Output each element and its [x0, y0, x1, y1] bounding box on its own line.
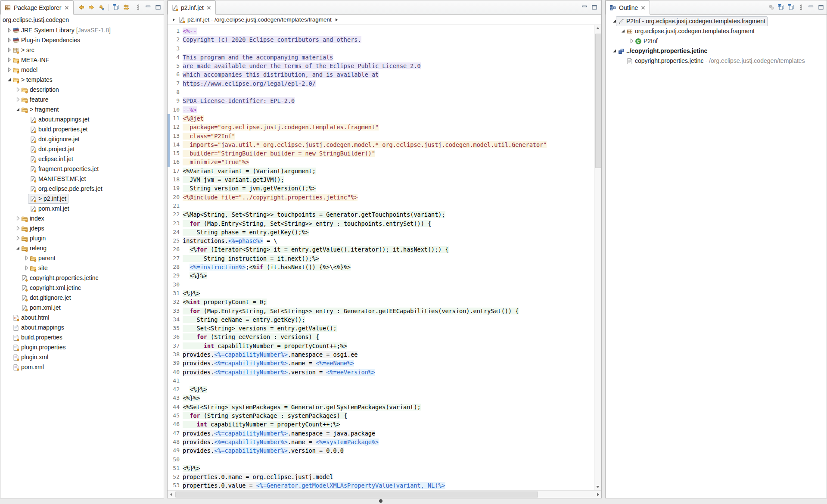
chevron-collapsed-icon[interactable] — [6, 27, 12, 33]
minimize-button[interactable] — [581, 4, 588, 11]
tree-item[interactable]: releng — [0, 243, 164, 253]
chevron-expanded-icon[interactable] — [611, 18, 618, 24]
chevron-right-icon[interactable] — [171, 17, 176, 22]
tree-item[interactable]: model — [0, 65, 164, 75]
code-line[interactable] — [183, 455, 594, 464]
code-line[interactable]: <%=instruction%>;<%if (it.hasNext()) {%>… — [183, 263, 594, 271]
chevron-collapsed-icon[interactable] — [23, 255, 30, 261]
expand-all-button[interactable] — [778, 4, 785, 11]
tree-item[interactable]: parent — [0, 253, 164, 263]
code-line[interactable]: provides.<%=capabilityNumber%>.name = <%… — [183, 359, 594, 367]
chevron-collapsed-icon[interactable] — [628, 37, 635, 44]
code-line[interactable]: <%@include file="../copyright.properties… — [183, 193, 594, 202]
code-line[interactable]: for (Map.Entry<String, Set<String>> entr… — [183, 307, 594, 315]
tree-item[interactable]: dot.project.jet — [0, 144, 164, 154]
tree-item[interactable]: copyright.properties.jetinc — [0, 273, 164, 283]
tree-item[interactable]: build.properties — [0, 332, 164, 342]
tree-item[interactable]: description — [0, 84, 164, 94]
bottom-sash-grip[interactable] — [379, 499, 382, 503]
chevron-expanded-icon[interactable] — [15, 245, 21, 251]
code-line[interactable]: Set<String> versions = entry.getValue(); — [183, 324, 594, 333]
code-line[interactable]: <%-- — [183, 27, 594, 35]
code-line[interactable]: <%}%> — [183, 271, 594, 280]
tree-item[interactable]: org.eclipse.pde.prefs.jet — [0, 184, 164, 193]
code-line[interactable]: <%Map<String, Set<String>> touchpoints =… — [183, 210, 594, 219]
chevron-collapsed-icon[interactable] — [15, 235, 21, 241]
chevron-collapsed-icon[interactable] — [15, 96, 21, 103]
minimize-button[interactable] — [145, 4, 152, 11]
tree-item[interactable]: copyright.xml.jetinc — [0, 283, 164, 292]
scroll-down-icon[interactable] — [595, 484, 600, 489]
line-number-ruler[interactable]: 1234567891011121314151617181920212223242… — [168, 27, 181, 490]
code-line[interactable]: String instruction = it.next();%> — [183, 254, 594, 263]
chevron-right-icon[interactable] — [334, 17, 339, 22]
chevron-collapsed-icon[interactable] — [15, 86, 21, 93]
code-line[interactable]: <%@jet — [183, 114, 594, 123]
tree-item[interactable]: Plug-in Dependencies — [0, 35, 164, 45]
tree-item[interactable]: P2Inf - org.eclipse.justj.codegen.templa… — [606, 16, 827, 26]
code-line[interactable]: properties.0.name = org.eclipse.justj.mo… — [183, 473, 594, 481]
chevron-collapsed-icon[interactable] — [6, 37, 12, 43]
view-menu-button[interactable] — [798, 4, 805, 11]
tree-item[interactable]: pom.xml — [0, 362, 164, 372]
code-content[interactable]: <%--Copyright (c) 2020 Eclipse contribut… — [183, 27, 594, 490]
code-line[interactable]: int capabilityNumber = propertyCount++;%… — [183, 420, 594, 429]
maximize-button[interactable] — [591, 4, 598, 11]
chevron-collapsed-icon[interactable] — [6, 56, 12, 63]
tree-item[interactable]: feature — [0, 94, 164, 104]
chevron-expanded-icon[interactable] — [620, 28, 626, 34]
outline-tab[interactable]: Outline — [606, 0, 650, 15]
tree-item[interactable]: META-INF — [0, 55, 164, 65]
code-line[interactable]: <%int propertyCount = 0; — [183, 298, 594, 306]
tree-item[interactable]: dot.gitignore.jet — [0, 134, 164, 144]
tree-item[interactable]: plugin — [0, 233, 164, 243]
tree-item[interactable]: pom.xml.jet — [0, 302, 164, 312]
tree-item[interactable]: plugin.properties — [0, 342, 164, 352]
tree-item[interactable]: about.mappings.jet — [0, 114, 164, 124]
package-explorer-tab[interactable]: Package Explorer — [0, 0, 74, 15]
code-line[interactable]: imports="java.util.* org.eclipse.justj.c… — [183, 140, 594, 149]
scroll-right-icon[interactable] — [595, 492, 600, 497]
sort-button[interactable] — [768, 4, 775, 11]
code-line[interactable]: String eeName = entry.getKey(); — [183, 315, 594, 324]
editor-tab-p2inf[interactable]: p2.inf.jet — [168, 0, 216, 15]
code-line[interactable]: for (String eeVersion : versions) { — [183, 333, 594, 341]
code-editor[interactable]: 1234567891011121314151617181920212223242… — [168, 25, 594, 490]
code-line[interactable]: builder="StringBuilder builder = new Str… — [183, 149, 594, 158]
code-line[interactable]: instructions.<%=phase%> = \ — [183, 236, 594, 245]
code-line[interactable] — [183, 376, 594, 385]
tree-item[interactable]: plugin.xml — [0, 352, 164, 362]
tree-item[interactable]: about.mappings — [0, 322, 164, 332]
code-line[interactable] — [183, 280, 594, 289]
code-line[interactable]: properties.0.value = <%=Generator.getMod… — [183, 481, 594, 490]
code-line[interactable]: <%}%> — [183, 385, 594, 394]
tree-item[interactable]: org.eclipse.justj.codegen.templates.frag… — [606, 26, 827, 36]
code-line[interactable]: https://www.eclipse.org/legal/epl-2.0/ — [183, 79, 594, 88]
code-line[interactable] — [183, 88, 594, 96]
tree-item[interactable]: eclipse.inf.jet — [0, 154, 164, 164]
tree-item[interactable]: build.properties.jet — [0, 124, 164, 134]
chevron-collapsed-icon[interactable] — [6, 66, 12, 73]
tree-item[interactable]: dot.gitignore.jet — [0, 292, 164, 302]
code-line[interactable]: <%}%> — [183, 394, 594, 402]
code-line[interactable]: for (String systemPackage : systemPackag… — [183, 411, 594, 420]
collapse-all-button[interactable] — [113, 4, 120, 11]
scroll-left-icon[interactable] — [169, 492, 174, 497]
code-line[interactable]: SPDX-License-Identifier: EPL-2.0 — [183, 96, 594, 105]
chevron-collapsed-icon[interactable] — [23, 264, 30, 271]
breadcrumb[interactable]: p2.inf.jet - /org.eclipse.justj.codegen/… — [168, 15, 601, 25]
code-line[interactable] — [183, 202, 594, 210]
tree-item[interactable]: > templates — [0, 75, 164, 84]
code-line[interactable]: <%}%> — [183, 464, 594, 473]
tree-item[interactable]: > fragment — [0, 104, 164, 114]
close-icon[interactable] — [206, 5, 211, 10]
code-line[interactable]: String phase = entry.getKey();%> — [183, 228, 594, 236]
view-menu-button[interactable] — [135, 4, 142, 11]
chevron-expanded-icon[interactable] — [6, 76, 12, 83]
minimize-button[interactable] — [808, 4, 815, 11]
code-line[interactable]: provides.<%=capabilityNumber%>.namespace… — [183, 429, 594, 438]
collapse-all-button[interactable] — [788, 4, 795, 11]
code-line[interactable]: Copyright (c) 2020 Eclipse contributors … — [183, 35, 594, 44]
code-line[interactable]: class="P2Inf" — [183, 132, 594, 140]
horizontal-scrollbar-thumb[interactable] — [175, 492, 538, 498]
